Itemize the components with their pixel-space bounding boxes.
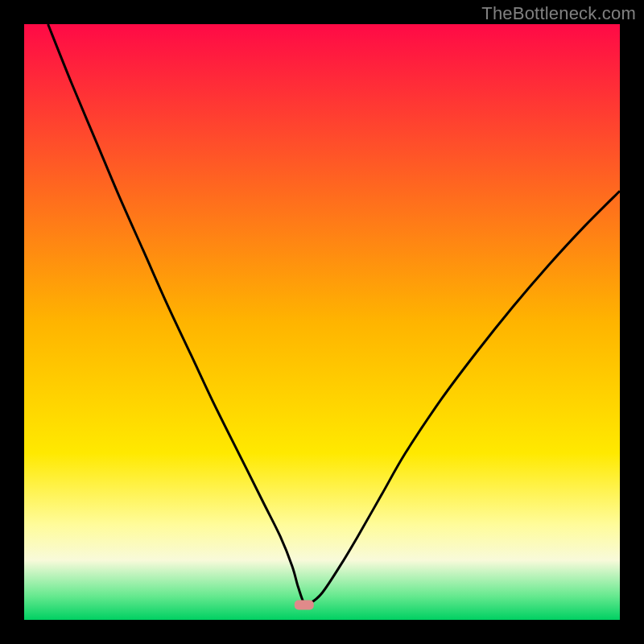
plot-background	[24, 24, 620, 620]
optimal-point-marker	[295, 601, 314, 610]
chart-container: TheBottleneck.com	[0, 0, 644, 644]
watermark-label: TheBottleneck.com	[481, 3, 636, 24]
bottleneck-chart	[0, 0, 644, 644]
